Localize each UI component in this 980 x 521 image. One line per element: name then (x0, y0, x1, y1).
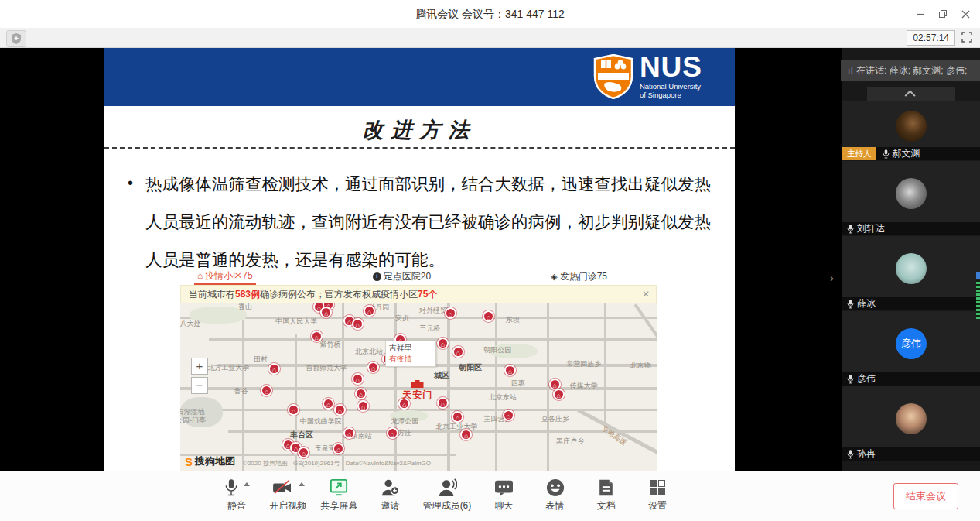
participant-tile[interactable]: 孙冉 (842, 386, 980, 461)
map-place-label: 中国戏曲学院 (300, 416, 342, 427)
epidemic-community-marker[interactable]: ⌂ (437, 397, 449, 409)
map-place-label: 传媒大学 (570, 381, 598, 391)
title-bar: 腾讯会议 会议号：341 447 112 (0, 0, 980, 28)
docs-button[interactable]: 文档 (588, 477, 625, 512)
epidemic-community-marker[interactable]: ⌂ (553, 389, 565, 400)
bullet-text: 热成像体温筛查检测技术，通过面部识别，结合大数据，迅速查找出疑似发热人员最近的流… (145, 166, 725, 279)
confirmed-count: 583例 (235, 289, 260, 300)
tab-label: 发热门诊75 (560, 270, 607, 283)
map-place-label: 城区 (434, 370, 449, 381)
map-place-label: 常营回族乡 (566, 358, 601, 368)
map-place-label: 三元桥 (419, 323, 440, 333)
participant-tile[interactable]: 主持人 郝文渊 (842, 101, 980, 160)
epidemic-community-marker[interactable]: ⌂ (367, 362, 379, 373)
mute-button[interactable]: 静音 (218, 477, 255, 512)
shared-screen-stage: NUS National University of Singapore 改进方… (0, 48, 980, 471)
mic-icon (847, 300, 854, 309)
tab-epidemic-communities[interactable]: ⌂ 疫情小区75 (194, 269, 256, 285)
close-button[interactable] (954, 0, 977, 28)
epidemic-community-marker[interactable]: ⌂ (364, 305, 375, 317)
participant-name: 刘轩达 (857, 222, 885, 235)
map-place-label: 朝阳公园 (483, 345, 511, 355)
map-attribution: ©2020 搜狗地图 - GS(2019)2961号 - Data©NavInf… (243, 459, 431, 468)
slide-title: 改进方法 (104, 116, 735, 144)
nus-acronym: NUS (640, 54, 702, 81)
slide-header-band: NUS National University of Singapore (104, 48, 735, 106)
toolbar-label: 聊天 (494, 499, 513, 512)
epidemic-community-marker[interactable]: ⌂ (503, 410, 514, 421)
epidemic-community-marker[interactable]: ⌂ (352, 318, 364, 330)
chat-button[interactable]: 聊天 (485, 477, 522, 512)
participants-sidebar: 正在讲话: 薛冰; 郝文渊; 彦伟; 主持人 郝文渊 刘轩达 (842, 48, 980, 471)
participant-tile[interactable]: 刘轩达 (842, 161, 980, 235)
epidemic-community-marker[interactable]: ⌂ (437, 338, 449, 349)
epidemic-community-marker[interactable]: ⌂ (352, 373, 364, 385)
minimize-button[interactable] (909, 0, 932, 28)
close-icon (961, 10, 970, 19)
notice-text: 确诊病例公布；官方发布权威疫情小区 (260, 289, 418, 300)
avatar (896, 253, 927, 284)
toolbar-label: 文档 (597, 499, 616, 512)
participant-namebar: 薛冰 (842, 297, 980, 310)
toolbar-label: 管理成员(6) (423, 499, 472, 512)
zoom-out-button[interactable]: − (191, 377, 208, 394)
participant-tile[interactable]: 薛冰 (842, 236, 980, 310)
share-screen-icon (329, 478, 349, 497)
video-options-caret[interactable] (299, 482, 305, 486)
tooltip-epidemic-flag: 有疫情 (389, 354, 432, 365)
tencent-meeting-window: 腾讯会议 会议号：341 447 112 02:57:14 (0, 0, 980, 521)
chat-icon (494, 479, 514, 497)
epidemic-community-marker[interactable]: ⌂ (355, 388, 367, 399)
map-tabs: ⌂ 疫情小区75 + 定点医院20 ◈ 发热门诊75 (180, 269, 657, 285)
restore-button[interactable] (931, 0, 954, 28)
notice-close-button[interactable]: ✕ (642, 286, 650, 303)
emoji-button[interactable]: 表情 (537, 477, 574, 512)
map-place-label: 香山 (238, 303, 252, 312)
epidemic-community-marker[interactable]: ⌂ (445, 307, 456, 319)
epidemic-community-marker[interactable]: ⌂ (334, 404, 346, 416)
toolbar-label: 表情 (546, 499, 565, 512)
epidemic-community-marker[interactable]: ⌂ (288, 404, 299, 416)
epidemic-community-marker[interactable]: ⌂ (323, 398, 334, 410)
security-shield-button[interactable] (6, 30, 26, 47)
map-canvas[interactable]: + − 吉祥里 有疫情 天安门 S 搜狗地图 ©2020 搜狗地图 - G (180, 303, 657, 471)
map-place-label: 北京物 (630, 360, 651, 370)
community-tooltip[interactable]: 吉祥里 有疫情 (385, 341, 436, 367)
nus-name-line2: of Singapore (640, 91, 702, 99)
invite-button[interactable]: 邀请 (371, 477, 408, 512)
settings-button[interactable]: 设置 (639, 477, 676, 512)
notice-text: 当前城市有 (189, 289, 235, 300)
map-zoom-control: + − (191, 358, 208, 396)
zoom-in-button[interactable]: + (191, 358, 208, 375)
tiananmen-icon (411, 382, 424, 388)
nus-shield-icon (593, 54, 633, 99)
participant-tile[interactable]: 彦伟 彦伟 (842, 311, 980, 386)
end-meeting-button[interactable]: 结束会议 (893, 483, 958, 509)
tab-fever-clinics[interactable]: ◈ 发热门诊75 (548, 269, 610, 285)
map-place-label: 首都师范大学 (306, 362, 347, 372)
fullscreen-button[interactable] (961, 32, 973, 43)
members-icon (437, 478, 457, 497)
mic-icon (883, 149, 890, 159)
tab-designated-hospitals[interactable]: + 定点医院20 (370, 269, 434, 285)
toolbar-label: 开启视频 (269, 499, 306, 512)
epidemic-community-marker[interactable]: ⌂ (452, 346, 464, 358)
epidemic-community-marker[interactable]: ⌂ (311, 331, 323, 342)
sidebar-collapse-handle[interactable]: › (830, 271, 834, 284)
avatar-initials: 彦伟 (896, 328, 927, 359)
tiles-collapse-button[interactable] (867, 87, 955, 101)
epidemic-community-marker[interactable]: ⌂ (387, 427, 398, 439)
epidemic-community-marker[interactable]: ⌂ (460, 429, 472, 440)
map-place-label: 对外经贸 (419, 306, 447, 316)
participant-tiles: 主持人 郝文渊 刘轩达 薛冰 彦伟 (842, 101, 980, 461)
epidemic-community-marker[interactable]: ⌂ (261, 385, 272, 396)
epidemic-community-marker[interactable]: ⌂ (504, 365, 516, 376)
epidemic-community-marker[interactable]: ⌂ (333, 443, 344, 454)
share-screen-button[interactable]: 共享屏幕 (320, 477, 357, 512)
epidemic-community-marker[interactable]: ⌂ (268, 363, 280, 375)
manage-members-button[interactable]: 管理成员(6) (423, 477, 472, 512)
epidemic-community-marker[interactable]: ⌂ (483, 310, 494, 322)
mic-options-caret[interactable] (244, 482, 250, 486)
start-video-button[interactable]: 开启视频 (269, 477, 306, 512)
map-place-label: 安贞 (395, 314, 409, 324)
